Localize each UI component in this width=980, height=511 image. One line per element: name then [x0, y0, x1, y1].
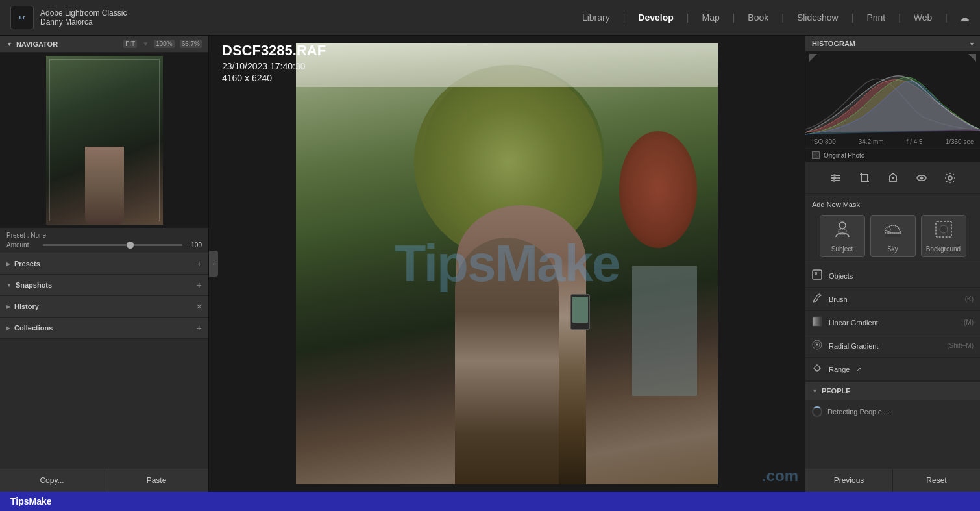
svg-point-10: [839, 222, 846, 229]
people-header[interactable]: ▼ People: [805, 382, 980, 400]
amount-value: 100: [186, 242, 202, 249]
cloud-icon[interactable]: ☁: [959, 12, 970, 24]
watermark-url: .com: [755, 460, 805, 492]
collections-section: ▶ Collections +: [0, 318, 208, 339]
brush-tool[interactable]: Brush (K): [805, 288, 980, 311]
svg-rect-16: [815, 272, 817, 275]
original-photo-row: Original Photo: [805, 149, 980, 162]
mask-section: Add New Mask: Subject Sky: [805, 194, 980, 264]
svg-point-4: [836, 177, 839, 179]
histogram-chart: [805, 51, 980, 136]
radial-gradient-icon: [812, 340, 822, 352]
left-panel-collapse[interactable]: ‹: [209, 251, 218, 277]
history-section: ▶ History ×: [0, 296, 208, 318]
zoom-66[interactable]: 66.7%: [180, 40, 202, 48]
crop-icon[interactable]: [855, 169, 874, 187]
amount-slider[interactable]: [43, 244, 182, 246]
collections-add[interactable]: +: [197, 323, 202, 333]
red-eye-icon[interactable]: [913, 169, 931, 187]
background-icon: [935, 220, 953, 242]
nav-map[interactable]: Map: [700, 10, 720, 25]
main-layout: ▼ Navigator FIT ▼ 100% 66.7%: [0, 36, 980, 492]
svg-point-8: [920, 177, 923, 180]
settings-icon[interactable]: [941, 169, 959, 187]
original-photo-label: Original Photo: [824, 152, 864, 159]
brush-icon: [812, 293, 822, 305]
subject-icon: [833, 220, 851, 242]
previous-button[interactable]: Previous: [805, 469, 893, 492]
histogram-header[interactable]: Histogram ▾: [805, 36, 980, 51]
navigator-thumbnail: [46, 56, 163, 225]
logo-area: Lr Adobe Lightroom Classic Danny Maiorca: [10, 6, 127, 29]
histogram-canvas: [805, 51, 980, 136]
nav-develop[interactable]: Develop: [637, 10, 674, 25]
mask-buttons: Subject Sky Background: [812, 215, 974, 257]
masking-icon[interactable]: [884, 169, 902, 187]
main-image-area[interactable]: TipsMake .com: [209, 36, 805, 492]
original-photo-checkbox[interactable]: [812, 151, 820, 159]
nav-print[interactable]: Print: [865, 10, 887, 25]
navigator-image: [0, 53, 208, 228]
navigator-title: Navigator: [16, 40, 58, 48]
center-area: DSCF3285.RAF 23/10/2023 17:40:30 4160 x …: [209, 36, 805, 492]
people-section: ▼ People Detecting People ...: [805, 381, 980, 423]
slider-thumb: [127, 242, 134, 249]
sky-mask-button[interactable]: Sky: [870, 215, 916, 257]
linear-gradient-tool[interactable]: Linear Gradient (M): [805, 311, 980, 334]
tools-row: [805, 162, 980, 194]
linear-gradient-shortcut: (M): [964, 319, 974, 326]
nav-library[interactable]: Library: [581, 10, 611, 25]
aperture-value: f / 4,5: [907, 138, 923, 145]
brush-label: Brush: [829, 295, 848, 303]
shutter-value: 1/350 sec: [946, 138, 974, 145]
preset-label: Preset : None: [6, 232, 202, 239]
nav-book[interactable]: Book: [746, 10, 770, 25]
objects-tool[interactable]: Objects: [805, 264, 980, 288]
subject-mask-button[interactable]: Subject: [820, 215, 865, 257]
snapshots-header[interactable]: ▼ Snapshots +: [0, 275, 208, 295]
zoom-fit[interactable]: FIT: [123, 40, 137, 48]
nav-menu: Library | Develop | Map | Book | Slidesh…: [581, 10, 970, 25]
image-info: DSCF3285.RAF 23/10/2023 17:40:30 4160 x …: [222, 42, 326, 83]
objects-label: Objects: [829, 272, 853, 280]
snapshots-triangle: ▼: [6, 282, 12, 288]
sky-label: Sky: [887, 245, 898, 253]
iso-value: ISO 800: [812, 138, 836, 145]
paste-button[interactable]: Paste: [104, 469, 208, 492]
collections-header[interactable]: ▶ Collections +: [0, 318, 208, 338]
collections-title: Collections: [14, 324, 53, 332]
nav-web[interactable]: Web: [913, 10, 934, 25]
radial-gradient-tool[interactable]: Radial Gradient (Shift+M): [805, 334, 980, 358]
app-logo: Lr: [10, 6, 34, 29]
sky-icon: [884, 220, 902, 242]
nav-zoom-controls: FIT ▼ 100% 66.7%: [123, 40, 202, 48]
zoom-100[interactable]: 100%: [154, 40, 175, 48]
histogram-title: Histogram: [812, 40, 855, 47]
history-header[interactable]: ▶ History ×: [0, 296, 208, 317]
image-date: 23/10/2023 17:40:30: [222, 61, 326, 71]
app-name-label: Adobe Lightroom Classic: [40, 8, 127, 18]
nav-slideshow[interactable]: Slideshow: [796, 10, 840, 25]
presets-header[interactable]: ▶ Presets +: [0, 253, 208, 274]
preset-area: Preset : None Amount 100: [0, 228, 208, 253]
snapshots-add[interactable]: +: [197, 280, 202, 290]
reset-button[interactable]: Reset: [893, 469, 980, 492]
histogram-stats: ISO 800 34.2 mm f / 4,5 1/350 sec: [805, 136, 980, 149]
basic-panel-icon[interactable]: [827, 169, 845, 187]
presets-add[interactable]: +: [197, 258, 202, 269]
svg-point-20: [816, 344, 818, 346]
topbar: Lr Adobe Lightroom Classic Danny Maiorca…: [0, 0, 980, 36]
navigator-collapse-arrow: ▼: [6, 41, 12, 47]
range-tool[interactable]: Range ↗: [805, 358, 980, 381]
copy-button[interactable]: Copy...: [0, 469, 104, 492]
people-title: People: [822, 387, 851, 395]
navigator-header[interactable]: ▼ Navigator FIT ▼ 100% 66.7%: [0, 36, 208, 53]
background-mask-button[interactable]: Background: [921, 215, 966, 257]
mask-title: Add New Mask:: [812, 201, 974, 208]
mask-tools-list: Objects Brush (K) Linear Gradient: [805, 264, 980, 381]
main-photo: [296, 43, 718, 484]
histogram-expand[interactable]: ▾: [970, 40, 974, 47]
history-clear[interactable]: ×: [197, 301, 202, 312]
svg-point-21: [815, 366, 820, 371]
range-label: Range: [829, 366, 850, 373]
